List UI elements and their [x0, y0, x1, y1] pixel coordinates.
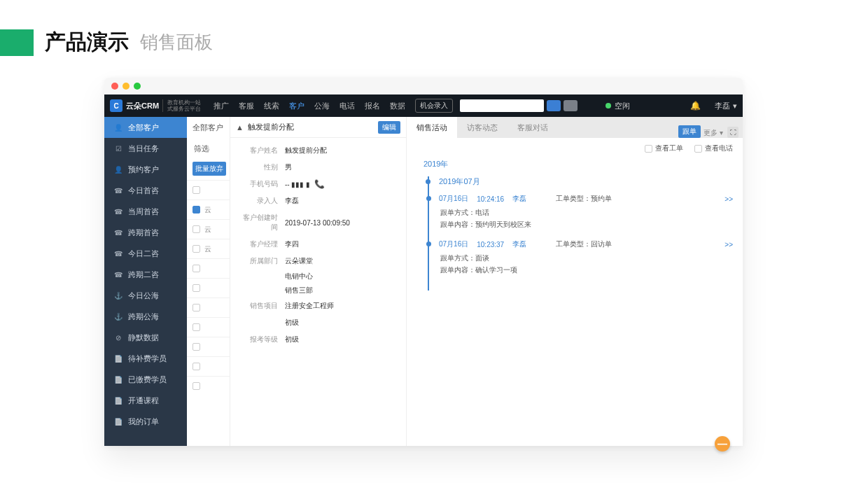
- detail-header: ▲ 触发提前分配 编辑: [230, 117, 406, 138]
- activity-tabs: 销售活动访客动态客服对话跟单更多 ▾⛶: [407, 117, 743, 138]
- view-workorder-checkbox[interactable]: 查看工单: [645, 144, 683, 153]
- list-row[interactable]: [187, 337, 230, 356]
- row-checkbox[interactable]: [192, 265, 200, 272]
- list-row[interactable]: 云: [187, 239, 230, 258]
- sidebar-item-8[interactable]: ⚓今日公海: [104, 285, 187, 306]
- detail-row: 报考等级初级: [230, 331, 406, 348]
- sidebar-item-12[interactable]: 📄已缴费学员: [104, 369, 187, 390]
- batch-abandon-button[interactable]: 批量放弃: [192, 162, 226, 176]
- brand-sub: 教育机构一站 式服务云平台: [162, 99, 201, 112]
- sidebar-icon: 📄: [114, 397, 122, 405]
- brand-icon: C: [110, 99, 122, 112]
- sidebar-item-0[interactable]: 👤全部客户: [104, 117, 187, 138]
- sidebar-item-13[interactable]: 📄开通课程: [104, 390, 187, 411]
- row-checkbox[interactable]: [192, 206, 200, 214]
- sidebar-item-10[interactable]: ⊘静默数据: [104, 327, 187, 348]
- timeline-entry: 07月16日10:23:37李磊工单类型：回访单>>跟单方式：面谈跟单内容：确认…: [439, 239, 733, 275]
- page-header: 产品演示 销售面板: [0, 0, 847, 78]
- view-call-checkbox[interactable]: 查看电话: [694, 144, 733, 153]
- phone-icon[interactable]: 📞: [314, 179, 325, 189]
- row-checkbox[interactable]: [192, 382, 200, 390]
- customer-list-panel: 全部客户 筛选 批量放弃 云云云: [187, 117, 230, 446]
- timeline-dot: [426, 179, 430, 184]
- sidebar-item-14[interactable]: 📄我的订单: [104, 411, 187, 432]
- row-checkbox[interactable]: [192, 343, 200, 351]
- timeline-year: 2019年: [424, 159, 733, 169]
- customer-list-title: 全部客户: [187, 117, 230, 138]
- list-row[interactable]: [187, 376, 230, 396]
- detail-title: 触发提前分配: [248, 122, 294, 132]
- sidebar-item-5[interactable]: ☎跨期首咨: [104, 222, 187, 243]
- accent-block: [0, 29, 34, 56]
- sidebar-item-6[interactable]: ☎今日二咨: [104, 243, 187, 264]
- row-checkbox[interactable]: [192, 186, 200, 194]
- nav-item-6[interactable]: 报名: [365, 101, 380, 111]
- person-icon: ▲: [236, 123, 244, 132]
- more-button[interactable]: 更多 ▾: [704, 128, 723, 138]
- status-text: 空闲: [615, 101, 630, 111]
- expand-icon[interactable]: ⛶: [727, 127, 738, 138]
- search-input[interactable]: [460, 99, 544, 112]
- page-title: 产品演示: [45, 28, 129, 57]
- follow-button[interactable]: 跟单: [678, 125, 701, 138]
- maximize-icon[interactable]: [134, 83, 141, 90]
- nav-item-3[interactable]: 客户: [289, 101, 304, 111]
- status-indicator[interactable]: 空闲: [606, 101, 630, 111]
- sidebar-icon: 👤: [114, 166, 122, 174]
- row-checkbox[interactable]: [192, 225, 200, 233]
- nav-item-4[interactable]: 公海: [314, 101, 330, 111]
- sidebar-item-7[interactable]: ☎跨期二咨: [104, 264, 187, 285]
- collapse-fab-button[interactable]: —: [715, 436, 730, 451]
- list-row[interactable]: [187, 317, 230, 337]
- tab-2[interactable]: 客服对话: [507, 117, 558, 138]
- sidebar-item-1[interactable]: ☑当日任务: [104, 138, 187, 159]
- list-row[interactable]: [187, 180, 230, 200]
- sidebar-icon: ⚓: [114, 292, 122, 300]
- list-row[interactable]: 云: [187, 200, 230, 219]
- detail-row: 销售项目注册安全工程师: [230, 298, 406, 314]
- sidebar-item-9[interactable]: ⚓跨期公海: [104, 306, 187, 327]
- close-icon[interactable]: [111, 83, 118, 90]
- record-entry-button[interactable]: 机会录入: [415, 99, 453, 113]
- list-row[interactable]: [187, 298, 230, 317]
- timeline-line: 2019年07月 07月16日10:24:16李磊工单类型：预约单>>跟单方式：…: [428, 176, 733, 290]
- customer-rows: 云云云: [187, 180, 230, 396]
- sidebar-item-2[interactable]: 👤预约客户: [104, 159, 187, 180]
- row-checkbox[interactable]: [192, 323, 200, 331]
- brand: C 云朵CRM 教育机构一站 式服务云平台: [110, 99, 201, 112]
- list-row[interactable]: [187, 278, 230, 298]
- nav-item-2[interactable]: 线索: [264, 101, 279, 111]
- list-row[interactable]: [187, 356, 230, 376]
- row-checkbox[interactable]: [192, 245, 200, 253]
- sidebar-icon: 👤: [114, 124, 122, 132]
- detail-row: 录入人李磊: [230, 192, 406, 209]
- window-titlebar: [104, 78, 743, 94]
- user-menu[interactable]: 李磊▾: [715, 101, 737, 111]
- row-checkbox[interactable]: [192, 284, 200, 292]
- list-row[interactable]: 云: [187, 219, 230, 239]
- row-checkbox[interactable]: [192, 363, 200, 370]
- filter-label[interactable]: 筛选: [187, 138, 230, 159]
- nav-item-0[interactable]: 推广: [214, 101, 229, 111]
- call-button[interactable]: [547, 100, 561, 111]
- bell-icon[interactable]: 🔔: [690, 101, 701, 111]
- nav-item-1[interactable]: 客服: [239, 101, 254, 111]
- tab-0[interactable]: 销售活动: [407, 117, 457, 138]
- nav-item-7[interactable]: 数据: [390, 101, 405, 111]
- sidebar-item-11[interactable]: 📄待补费学员: [104, 348, 187, 369]
- sidebar-item-3[interactable]: ☎今日首咨: [104, 180, 187, 201]
- hangup-button[interactable]: [564, 100, 578, 111]
- entry-expand[interactable]: >>: [724, 241, 733, 248]
- sidebar-item-4[interactable]: ☎当周首咨: [104, 201, 187, 222]
- list-row[interactable]: [187, 258, 230, 278]
- chevron-down-icon: ▾: [733, 102, 737, 111]
- row-checkbox[interactable]: [192, 304, 200, 312]
- entry-dot-icon: [426, 241, 431, 246]
- minimize-icon[interactable]: [122, 83, 130, 90]
- edit-button[interactable]: 编辑: [378, 121, 400, 134]
- tab-1[interactable]: 访客动态: [457, 117, 507, 138]
- timeline: 2019年 2019年07月 07月16日10:24:16李磊工单类型：预约单>…: [407, 159, 743, 298]
- entry-expand[interactable]: >>: [724, 195, 733, 203]
- detail-subvalue: 电销中心: [230, 270, 406, 284]
- nav-item-5[interactable]: 电话: [340, 101, 355, 111]
